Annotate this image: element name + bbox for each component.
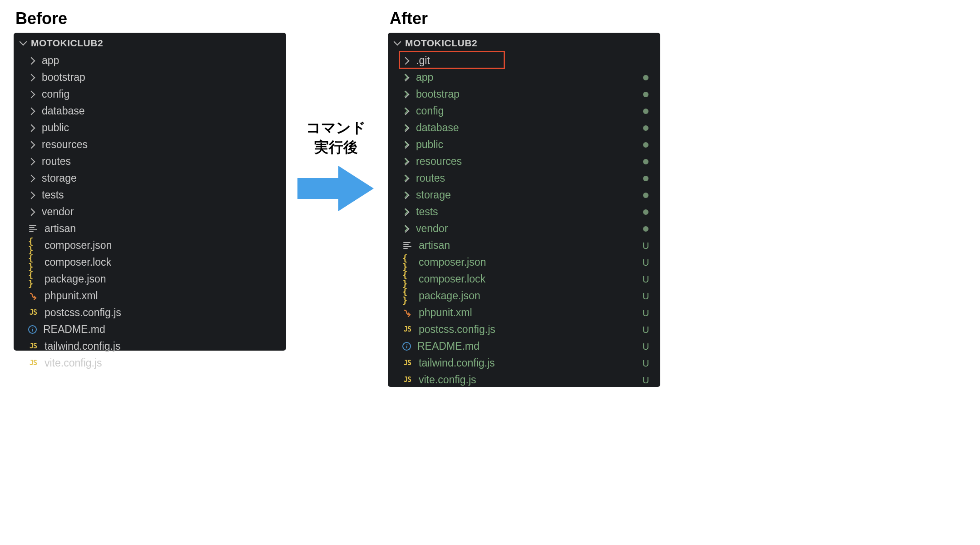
chevron-right-icon <box>29 58 35 64</box>
folder-item[interactable]: app <box>388 69 660 86</box>
file-item[interactable]: artisanU <box>388 237 660 254</box>
git-status-dot <box>643 159 648 164</box>
folder-item[interactable]: tests <box>14 187 286 203</box>
folder-item[interactable]: database <box>388 119 660 136</box>
file-label: tailwind.config.js <box>419 358 633 368</box>
git-status-dot <box>643 226 648 232</box>
info-icon: i <box>28 325 37 334</box>
file-item[interactable]: JStailwind.config.js <box>14 338 286 355</box>
folder-label: app <box>416 72 637 83</box>
folder-label: resources <box>416 156 637 167</box>
folder-item[interactable]: bootstrap <box>388 86 660 103</box>
project-name: MOTOKICLUB2 <box>31 38 103 48</box>
chevron-right-icon <box>403 192 410 198</box>
file-item[interactable]: JSpostcss.config.js <box>14 304 286 321</box>
folder-item[interactable]: vendor <box>388 220 660 237</box>
chevron-right-icon <box>29 74 35 81</box>
arrow-right-icon <box>297 164 375 213</box>
before-explorer: MOTOKICLUB2 appbootstrapconfigdatabasepu… <box>14 33 286 351</box>
folder-item[interactable]: resources <box>14 136 286 153</box>
after-explorer: MOTOKICLUB2 .git appbootstrapconfigdatab… <box>388 33 660 387</box>
js-icon: JS <box>402 375 412 385</box>
folder-item[interactable]: database <box>14 103 286 119</box>
folder-label: storage <box>42 173 278 183</box>
file-item[interactable]: JStailwind.config.jsU <box>388 355 660 372</box>
folder-label: .git <box>416 55 652 66</box>
js-icon: JS <box>28 342 38 352</box>
git-status-badge: U <box>639 308 652 317</box>
project-header-before[interactable]: MOTOKICLUB2 <box>14 35 286 52</box>
folder-item[interactable]: routes <box>14 153 286 170</box>
file-label: package.json <box>45 274 278 284</box>
file-label: artisan <box>419 240 633 251</box>
file-item[interactable]: phpunit.xml <box>14 287 286 304</box>
file-item[interactable]: artisan <box>14 220 286 237</box>
json-icon: { } <box>402 274 412 284</box>
file-item[interactable]: { }composer.jsonU <box>388 254 660 271</box>
file-item[interactable]: JSvite.config.jsU <box>388 372 660 388</box>
file-item[interactable]: iREADME.mdU <box>388 338 660 355</box>
chevron-right-icon <box>403 108 410 114</box>
file-item[interactable]: { }composer.json <box>14 237 286 254</box>
folder-item[interactable]: config <box>14 86 286 103</box>
folder-item[interactable]: routes <box>388 170 660 187</box>
folder-item[interactable]: storage <box>388 187 660 203</box>
folder-item[interactable]: public <box>14 119 286 136</box>
folder-item[interactable]: bootstrap <box>14 69 286 86</box>
folder-item[interactable]: vendor <box>14 203 286 220</box>
folder-label: vendor <box>416 223 637 234</box>
js-icon: JS <box>402 358 412 368</box>
file-label: composer.lock <box>45 257 278 268</box>
json-icon: { } <box>402 258 412 268</box>
file-item[interactable]: phpunit.xmlU <box>388 304 660 321</box>
file-label: postcss.config.js <box>45 307 278 318</box>
file-label: artisan <box>45 223 278 234</box>
file-item[interactable]: { }package.jsonU <box>388 287 660 304</box>
folder-label: tests <box>416 207 637 217</box>
file-item[interactable]: JSvite.config.js <box>14 355 286 372</box>
project-header-after[interactable]: MOTOKICLUB2 <box>388 35 660 52</box>
git-status-dot <box>643 142 648 148</box>
git-status-dot <box>643 209 648 215</box>
file-item[interactable]: { }package.json <box>14 271 286 287</box>
folder-item[interactable]: public <box>388 136 660 153</box>
file-label: composer.json <box>45 240 278 251</box>
xml-icon <box>402 308 412 318</box>
chevron-right-icon <box>403 226 410 232</box>
chevron-down-icon <box>394 40 401 46</box>
folder-item[interactable]: resources <box>388 153 660 170</box>
text-file-icon <box>28 224 38 234</box>
file-label: tailwind.config.js <box>45 341 278 352</box>
folder-item[interactable]: config <box>388 103 660 119</box>
js-icon: JS <box>402 325 412 335</box>
folder-label: bootstrap <box>42 72 278 83</box>
git-status-dot <box>643 176 648 181</box>
chevron-right-icon <box>29 159 35 165</box>
file-label: README.md <box>43 324 278 335</box>
folder-item[interactable]: tests <box>388 203 660 220</box>
folder-item[interactable]: app <box>14 52 286 69</box>
text-file-icon <box>402 241 412 251</box>
git-status-badge: U <box>639 241 652 250</box>
json-icon: { } <box>402 291 412 301</box>
chevron-right-icon <box>29 108 35 114</box>
file-item[interactable]: { }composer.lock <box>14 254 286 271</box>
file-item[interactable]: JSpostcss.config.jsU <box>388 321 660 338</box>
chevron-right-icon <box>403 175 410 182</box>
info-icon: i <box>402 342 411 351</box>
folder-item[interactable]: storage <box>14 170 286 187</box>
folder-label: routes <box>42 156 278 167</box>
folder-git[interactable]: .git <box>388 52 660 69</box>
git-status-badge: U <box>639 376 652 385</box>
folder-label: config <box>416 106 637 116</box>
chevron-right-icon <box>403 142 410 148</box>
chevron-right-icon <box>29 209 35 215</box>
folder-label: public <box>42 123 278 133</box>
file-item[interactable]: { }composer.lockU <box>388 271 660 287</box>
after-title: After <box>388 9 660 28</box>
git-status-badge: U <box>639 292 652 301</box>
chevron-right-icon <box>29 142 35 148</box>
chevron-right-icon <box>403 209 410 215</box>
file-item[interactable]: iREADME.md <box>14 321 286 338</box>
folder-label: storage <box>416 190 637 200</box>
